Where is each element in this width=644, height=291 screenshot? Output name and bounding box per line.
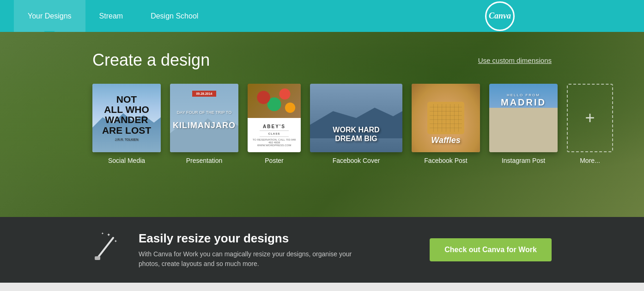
main-content: Create a design Use custom dimensions NO…: [0, 32, 644, 217]
template-item-facebook-post[interactable]: Waffles Facebook Post: [412, 84, 480, 164]
page-title: Create a design: [92, 50, 210, 70]
svg-text:✦: ✦: [101, 232, 104, 235]
template-thumb-social: NOTALL WHOWANDERARE LOST J.R.R. TOLKIEN: [92, 84, 161, 152]
template-thumb-presentation: 09.28.2014 DAY FOUR OF THE TRIP TO KILIM…: [170, 84, 238, 152]
template-item-presentation[interactable]: 09.28.2014 DAY FOUR OF THE TRIP TO KILIM…: [170, 84, 238, 164]
template-thumb-fbpost: Waffles: [412, 84, 480, 152]
nav-links: Your Designs Stream Design School: [14, 0, 212, 32]
nav-item-design-school[interactable]: Design School: [137, 0, 212, 32]
banner-title: Easily resize your designs: [139, 231, 411, 246]
cta-button[interactable]: Check out Canva for Work: [430, 238, 552, 261]
template-label-instagram-post: Instagram Post: [502, 157, 545, 164]
template-label-facebook-post: Facebook Post: [424, 157, 467, 164]
template-item-facebook-cover[interactable]: WORK HARDDREAM BIG Facebook Cover: [310, 84, 402, 164]
template-thumb-fbcover: WORK HARDDREAM BIG: [310, 84, 402, 152]
bottom-banner: ✦ ✦ ✦ Easily resize your designs With Ca…: [0, 217, 644, 283]
template-thumb-poster: ABEY'S CLASS TO RESERVATION, CALL 703 94…: [248, 84, 301, 152]
more-label: More...: [580, 157, 600, 164]
template-label-social-media: Social Media: [108, 157, 145, 164]
wand-icon: ✦ ✦ ✦: [92, 231, 120, 269]
template-thumb-instagram: HELLO FROM MADRID: [489, 84, 558, 152]
more-plus-icon: +: [585, 108, 595, 128]
navbar: Your Designs Stream Design School Canva: [0, 0, 644, 32]
template-label-presentation: Presentation: [186, 157, 223, 164]
design-header: Create a design Use custom dimensions: [0, 50, 644, 84]
banner-description: With Canva for Work you can magically re…: [139, 249, 411, 269]
banner-text: Easily resize your designs With Canva fo…: [139, 231, 411, 269]
svg-rect-1: [95, 256, 100, 260]
svg-line-0: [97, 238, 113, 259]
template-more-button[interactable]: +: [567, 84, 613, 152]
template-item-poster[interactable]: ABEY'S CLASS TO RESERVATION, CALL 703 94…: [248, 84, 301, 164]
footer: [0, 283, 644, 291]
template-item-instagram-post[interactable]: HELLO FROM MADRID Instagram Post: [489, 84, 558, 164]
nav-item-your-designs[interactable]: Your Designs: [14, 0, 85, 32]
pres-date-banner: 09.28.2014: [192, 91, 216, 97]
custom-dimensions-link[interactable]: Use custom dimensions: [478, 56, 552, 64]
nav-item-stream[interactable]: Stream: [85, 0, 137, 32]
svg-text:✦: ✦: [107, 232, 110, 237]
canva-logo[interactable]: Canva: [485, 1, 515, 31]
template-label-facebook-cover: Facebook Cover: [333, 157, 380, 164]
svg-text:✦: ✦: [114, 239, 117, 243]
template-label-poster: Poster: [265, 157, 283, 164]
templates-row: NOTALL WHOWANDERARE LOST J.R.R. TOLKIEN …: [0, 84, 644, 164]
template-item-social-media[interactable]: NOTALL WHOWANDERARE LOST J.R.R. TOLKIEN …: [92, 84, 161, 164]
template-item-more[interactable]: + More...: [567, 84, 613, 164]
